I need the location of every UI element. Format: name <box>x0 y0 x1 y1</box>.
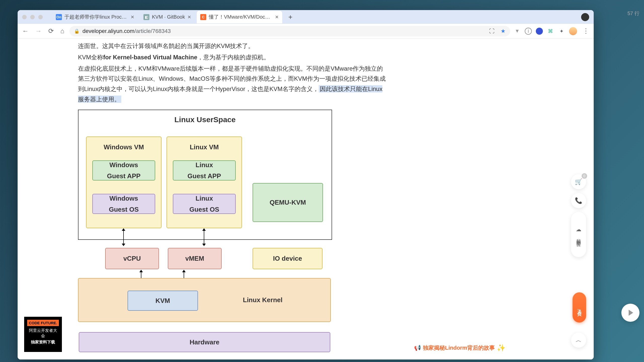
profile-avatar-icon[interactable] <box>569 27 577 35</box>
tab-title: KVM · GitBook <box>152 14 185 20</box>
code-future-sub: 阿里云开发者大会 <box>27 328 59 339</box>
ext-icon-4[interactable]: ⌘ <box>547 28 554 35</box>
favicon-processon-icon: On <box>56 14 62 20</box>
hardware-box: Hardware <box>79 332 330 352</box>
video-play-bubble[interactable] <box>621 304 639 322</box>
tab-title: 于超老师带你学linux ProcessOn <box>64 14 128 20</box>
maximize-window-icon[interactable] <box>38 15 43 19</box>
cart-count: 0 <box>582 173 587 179</box>
my-aliyun-label: 我的阿里云 <box>576 233 582 243</box>
lindorm-text: 独家揭秘Lindorm背后的故事 <box>423 344 495 352</box>
ext-icon-3[interactable] <box>536 28 543 35</box>
incognito-icon[interactable] <box>581 13 589 21</box>
article-body: 连面世。这其中在云计算领域声名鹊起的当属开源的KVM技术了。 KVM全称for … <box>78 38 387 359</box>
browser-window: On 于超老师带你学linux ProcessOn ✕ ◧ KVM · GitB… <box>18 10 594 359</box>
tab-title: 懂了！VMware/KVM/Docker原… <box>209 14 272 20</box>
article-text: KVM全称for Kernel-based Virtual Machine，意为… <box>78 52 387 63</box>
code-future-sub: 独家资料下载 <box>27 340 59 345</box>
code-future-title: CODE FUTURE. <box>27 320 59 326</box>
favicon-gitbook-icon: ◧ <box>143 14 149 20</box>
kvm-diagram: Linux UserSpace Windows VM Windows Guest… <box>78 110 332 240</box>
scroll-top-button[interactable]: ︿ <box>571 333 586 348</box>
toolbar: ← → ⟳ ⌂ 🔒 developer.aliyun.com/article/7… <box>18 24 594 38</box>
tab-processon[interactable]: On 于超老师带你学linux ProcessOn ✕ <box>52 11 138 23</box>
minimize-window-icon[interactable] <box>30 15 35 19</box>
menu-icon[interactable]: ⋮ <box>581 26 591 36</box>
lindorm-banner[interactable]: 📢 独家揭秘Lindorm背后的故事 ✨ <box>414 344 506 352</box>
arrow-icon <box>204 230 204 244</box>
tab-close-icon[interactable]: ✕ <box>275 14 279 20</box>
linux-app-box: Linux Guest APP <box>173 160 236 180</box>
reload-icon[interactable]: ⟳ <box>47 26 55 36</box>
bookmark-star-icon[interactable]: ★ <box>501 28 506 34</box>
linux-os-box: Linux Guest OS <box>173 194 236 214</box>
url-path: /article/768343 <box>134 28 171 34</box>
translate-icon[interactable]: ⛶ <box>489 28 495 34</box>
cart-button[interactable]: 🛒0 <box>571 174 586 189</box>
windows-app-box: Windows Guest APP <box>92 160 155 180</box>
window-controls <box>22 15 43 19</box>
kvm-box: KVM <box>128 291 198 311</box>
favicon-aliyun-icon: C <box>200 14 206 20</box>
cloud-icon: ☁ <box>576 226 581 233</box>
io-box: IO device <box>253 248 323 269</box>
new-tab-button[interactable]: + <box>284 13 296 21</box>
ext-icon-2[interactable]: i <box>525 28 532 35</box>
tab-gitbook[interactable]: ◧ KVM · GitBook ✕ <box>140 11 195 23</box>
page-content: 连面世。这其中在云计算领域声名鹊起的当属开源的KVM技术了。 KVM全称for … <box>18 38 594 359</box>
home-icon[interactable]: ⌂ <box>59 26 66 36</box>
code-future-ad[interactable]: CODE FUTURE. 阿里云开发者大会 独家资料下载 <box>24 317 62 352</box>
userspace-box: Linux UserSpace Windows VM Windows Guest… <box>78 110 332 240</box>
tab-strip: On 于超老师带你学linux ProcessOn ✕ ◧ KVM · GitB… <box>18 10 594 24</box>
extensions-puzzle-icon[interactable]: ✦ <box>558 28 565 35</box>
article-text: 在虚拟化底层技术上，KVM和VMware后续版本一样，都是基于硬件辅助虚拟化实现… <box>78 64 387 105</box>
userspace-label: Linux UserSpace <box>174 115 235 124</box>
windows-os-box: Windows Guest OS <box>92 194 155 214</box>
member-label: 飞天会员 <box>576 305 582 309</box>
url-host: developer.aliyun.com <box>83 28 135 34</box>
qemu-box: QEMU-KVM <box>253 183 323 222</box>
my-aliyun-button[interactable]: ☁ 我的阿里云 <box>571 212 586 257</box>
forward-icon[interactable]: → <box>34 26 43 36</box>
member-button[interactable]: 飞天会员 <box>573 292 586 323</box>
article-text: 连面世。这其中在云计算领域声名鹊起的当属开源的KVM技术了。 <box>78 41 387 51</box>
lock-icon[interactable]: 🔒 <box>74 28 79 34</box>
address-bar[interactable]: 🔒 developer.aliyun.com/article/768343 ⛶ … <box>69 26 510 36</box>
sparkle-icon: ✨ <box>497 344 506 352</box>
tab-close-icon[interactable]: ✕ <box>131 14 134 20</box>
contact-button[interactable]: 📞 <box>571 193 586 208</box>
extensions-area: ▼ i ⌘ ✦ ⋮ <box>514 26 591 36</box>
megaphone-icon: 📢 <box>414 345 421 351</box>
vcpu-box: vCPU <box>105 248 159 269</box>
editor-status: 57 行 <box>594 10 639 17</box>
tab-aliyun-article[interactable]: C 懂了！VMware/KVM/Docker原… ✕ <box>197 11 282 23</box>
tab-close-icon[interactable]: ✕ <box>187 14 191 20</box>
line-count: 57 行 <box>627 11 639 16</box>
back-icon[interactable]: ← <box>21 26 30 36</box>
kernel-box: Linux Kernel <box>78 278 331 322</box>
close-window-icon[interactable] <box>22 15 27 19</box>
arrow-icon <box>123 230 124 244</box>
ext-icon-1[interactable]: ▼ <box>514 28 521 35</box>
vmem-box: vMEM <box>168 248 222 269</box>
